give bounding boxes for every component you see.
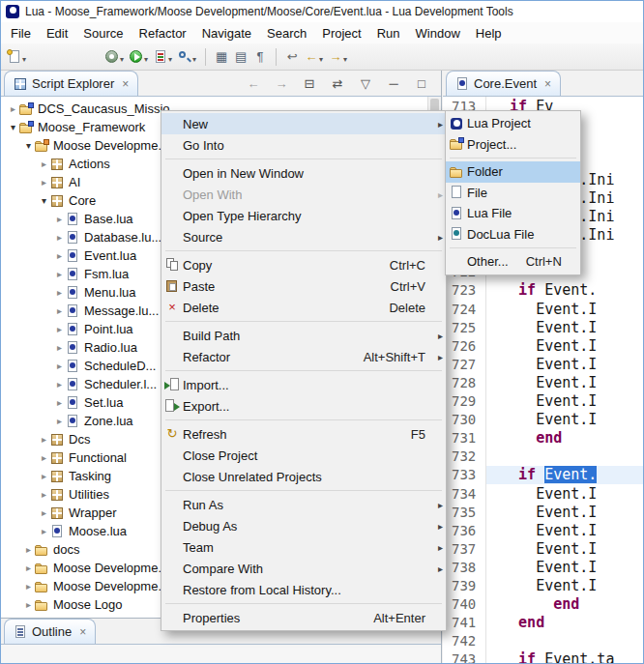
submenu-item-folder[interactable]: Folder [446, 161, 580, 183]
line-number[interactable]: 729 [443, 392, 486, 411]
menu-item-refresh[interactable]: ↻RefreshF5 [161, 423, 446, 445]
expander-icon[interactable]: ▸ [53, 416, 66, 426]
code-text[interactable]: Event.I [486, 355, 643, 373]
menu-item-source[interactable]: Source [161, 226, 446, 247]
menu-item-run-as[interactable]: Run As [161, 494, 446, 515]
line-number[interactable]: 727 [443, 355, 486, 373]
menu-item-restore-from-local-history[interactable]: Restore from Local History... [161, 579, 446, 600]
menu-item-open-type-hierarchy[interactable]: Open Type Hierarchy [161, 205, 446, 226]
dropdown-caret-icon[interactable] [144, 48, 148, 66]
run-button[interactable] [127, 45, 151, 69]
expander-icon[interactable]: ▾ [7, 122, 19, 132]
submenu-item-lua-file[interactable]: Lua File [446, 203, 580, 224]
back-button[interactable]: ← [302, 45, 326, 69]
expander-icon[interactable]: ▸ [53, 287, 66, 298]
submenu-item-lua-project[interactable]: Lua Project [446, 113, 580, 134]
menu-item-delete[interactable]: ×DeleteDelete [161, 297, 446, 318]
menu-file[interactable]: File [3, 23, 39, 43]
expander-icon[interactable]: ▸ [38, 434, 50, 445]
tab-outline[interactable]: Outline [4, 619, 96, 644]
link-with-editor-button[interactable]: ⇄ [328, 72, 347, 96]
expander-icon[interactable]: ▸ [53, 214, 66, 224]
search-button[interactable] [175, 45, 199, 69]
submenu-item-other[interactable]: Other...Ctrl+N [446, 251, 580, 273]
menu-item-debug-as[interactable]: Debug As [161, 515, 446, 536]
expander-icon[interactable]: ▸ [53, 250, 66, 261]
view-menu-button[interactable]: ▽ [356, 72, 375, 96]
line-number[interactable]: 741 [443, 614, 486, 632]
close-icon[interactable] [79, 625, 86, 639]
line-number[interactable]: 739 [443, 576, 486, 594]
view-forward-button[interactable]: → [272, 72, 291, 96]
code-text[interactable]: Event.I [486, 411, 643, 429]
menu-item-close-project[interactable]: Close Project [161, 445, 446, 466]
expander-icon[interactable]: ▸ [38, 471, 50, 481]
code-text[interactable]: Event.I [486, 392, 643, 411]
forward-button[interactable]: → [326, 45, 350, 69]
menu-item-team[interactable]: Team [161, 536, 446, 558]
menu-refactor[interactable]: Refactor [132, 23, 194, 43]
code-text[interactable]: Event.I [486, 373, 643, 391]
expander-icon[interactable]: ▾ [22, 140, 35, 151]
dropdown-caret-icon[interactable] [192, 48, 196, 66]
expander-icon[interactable]: ▾ [38, 195, 50, 206]
menu-item-new[interactable]: New [161, 113, 446, 134]
line-number[interactable]: 726 [443, 336, 486, 355]
code-text[interactable]: Event.I [486, 503, 643, 521]
code-text[interactable]: end [486, 614, 643, 632]
code-text[interactable] [486, 632, 643, 650]
maximize-button[interactable]: □ [412, 72, 431, 96]
menu-search[interactable]: Search [259, 23, 314, 43]
menu-item-paste[interactable]: PasteCtrl+V [161, 275, 446, 297]
view-back-button[interactable]: ← [244, 72, 263, 96]
close-icon[interactable] [544, 77, 551, 91]
menu-edit[interactable]: Edit [39, 23, 75, 43]
menu-help[interactable]: Help [468, 23, 510, 43]
expander-icon[interactable]: ▸ [53, 324, 66, 334]
formatting-marks-button[interactable]: ¶ [250, 45, 270, 69]
menu-source[interactable]: Source [75, 23, 131, 43]
dropdown-caret-icon[interactable] [343, 48, 347, 66]
expander-icon[interactable]: ▸ [38, 526, 50, 536]
collapse-all-button[interactable]: ⊟ [300, 72, 319, 96]
menu-run[interactable]: Run [369, 23, 408, 43]
code-text[interactable]: if Event.ta [486, 650, 643, 663]
expander-icon[interactable]: ▸ [22, 581, 35, 592]
expander-icon[interactable]: ▸ [22, 563, 35, 573]
code-text[interactable]: if Event. [486, 466, 643, 484]
dropdown-caret-icon[interactable] [22, 48, 26, 66]
expander-icon[interactable]: ▸ [38, 452, 50, 463]
submenu-item-project[interactable]: Project... [446, 134, 580, 156]
menu-window[interactable]: Window [408, 23, 468, 43]
code-text[interactable]: Event.I [486, 521, 643, 539]
last-edit-location-button[interactable]: ↩ [282, 45, 302, 69]
line-number[interactable]: 742 [443, 632, 486, 650]
expander-icon[interactable]: ▸ [38, 177, 50, 188]
coverage-button[interactable] [151, 45, 175, 69]
line-number[interactable]: 731 [443, 429, 486, 447]
columns-view-button[interactable]: ▤ [231, 45, 250, 69]
code-text[interactable]: Event.I [486, 300, 643, 318]
expander-icon[interactable]: ▸ [22, 544, 35, 555]
menu-project[interactable]: Project [314, 23, 368, 43]
line-number[interactable]: 736 [443, 521, 486, 539]
line-number[interactable]: 735 [443, 503, 486, 521]
menu-item-export[interactable]: Export... [161, 395, 446, 417]
expander-icon[interactable]: ▸ [38, 489, 50, 500]
line-number[interactable]: 733 [443, 466, 486, 484]
menu-item-close-unrelated-projects[interactable]: Close Unrelated Projects [161, 466, 446, 487]
line-number[interactable]: 734 [443, 484, 486, 503]
menu-item-import[interactable]: Import... [161, 374, 446, 395]
menu-item-copy[interactable]: CopyCtrl+C [161, 254, 446, 275]
line-number[interactable]: 737 [443, 539, 486, 558]
menu-navigate[interactable]: Navigate [194, 23, 259, 43]
grid-view-button[interactable]: ▦ [212, 45, 231, 69]
line-number[interactable]: 728 [443, 373, 486, 391]
expander-icon[interactable]: ▸ [53, 342, 66, 353]
external-tools-button[interactable] [102, 45, 127, 69]
line-number[interactable]: 725 [443, 318, 486, 336]
code-text[interactable]: Event.I [486, 484, 643, 503]
expander-icon[interactable]: ▸ [53, 269, 66, 279]
expander-icon[interactable]: ▸ [22, 599, 35, 610]
minimize-button[interactable]: ─ [384, 72, 403, 96]
